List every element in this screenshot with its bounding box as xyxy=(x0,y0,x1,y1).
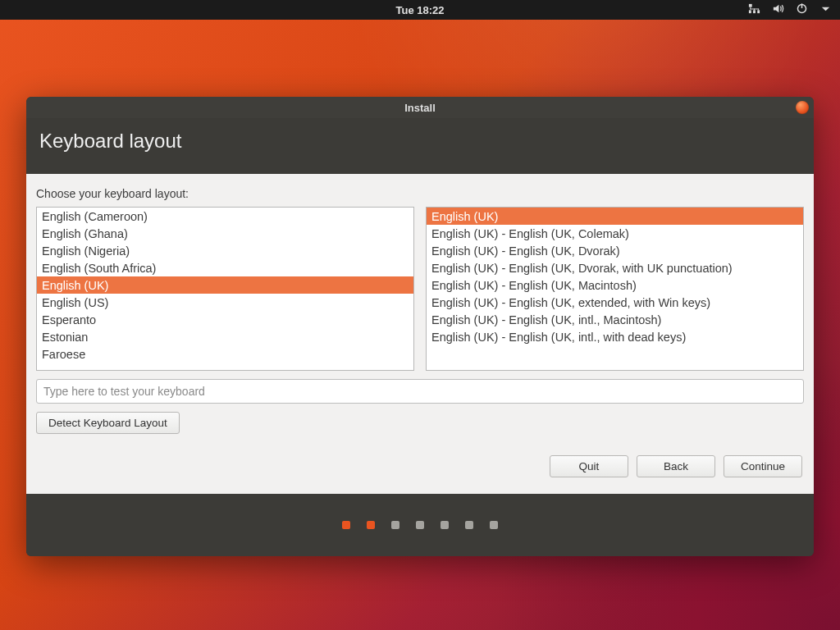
quit-button[interactable]: Quit xyxy=(550,455,628,477)
progress-dot xyxy=(367,521,375,529)
list-item[interactable]: Faroese xyxy=(37,345,413,363)
list-item[interactable]: English (UK) - English (UK, extended, wi… xyxy=(427,294,803,311)
network-icon[interactable] xyxy=(748,2,760,17)
test-row xyxy=(36,379,804,404)
page-content: Choose your keyboard layout: English (Ca… xyxy=(26,174,814,494)
top-panel: Tue 18:22 xyxy=(0,0,840,20)
list-item[interactable]: English (UK) - English (UK, Macintosh) xyxy=(427,276,803,294)
test-keyboard-input[interactable] xyxy=(36,379,804,404)
list-item[interactable]: English (UK) xyxy=(427,208,803,225)
page-header: Keyboard layout xyxy=(26,118,814,174)
list-item[interactable]: English (Ghana) xyxy=(37,225,413,242)
progress-dot xyxy=(342,521,350,529)
clock: Tue 18:22 xyxy=(395,4,444,16)
list-item[interactable]: English (Nigeria) xyxy=(37,242,413,259)
layout-list-left[interactable]: English (Cameroon)English (Ghana)English… xyxy=(36,207,414,371)
window-title: Install xyxy=(404,102,436,114)
list-item[interactable]: English (UK) - English (UK, Colemak) xyxy=(427,225,803,242)
chevron-down-icon[interactable] xyxy=(819,2,832,17)
back-button[interactable]: Back xyxy=(637,455,715,477)
power-icon[interactable] xyxy=(796,2,808,17)
list-item[interactable]: Estonian xyxy=(37,328,413,345)
list-item[interactable]: English (UK) - English (UK, Dvorak, with… xyxy=(427,259,803,276)
list-item[interactable]: English (US) xyxy=(37,294,413,311)
close-button[interactable] xyxy=(796,101,809,114)
list-item[interactable]: English (UK) xyxy=(37,276,413,294)
svg-rect-1 xyxy=(753,10,756,13)
layout-list-right[interactable]: English (UK)English (UK) - English (UK, … xyxy=(426,207,804,371)
svg-rect-7 xyxy=(758,9,759,11)
choose-label: Choose your keyboard layout: xyxy=(36,187,804,200)
progress-dot xyxy=(490,521,498,529)
continue-button[interactable]: Continue xyxy=(724,455,802,477)
detect-row: Detect Keyboard Layout xyxy=(36,412,804,434)
list-item[interactable]: English (UK) - English (UK, intl., with … xyxy=(427,328,803,345)
installer-window: Install Keyboard layout Choose your keyb… xyxy=(26,97,814,556)
list-item[interactable]: English (Cameroon) xyxy=(37,208,413,225)
progress-dot xyxy=(391,521,399,529)
window-titlebar: Install xyxy=(26,97,814,118)
svg-rect-9 xyxy=(801,3,803,8)
list-item[interactable]: Esperanto xyxy=(37,311,413,328)
svg-rect-2 xyxy=(749,10,751,13)
footer-buttons: Quit Back Continue xyxy=(36,455,804,477)
progress-dot xyxy=(465,521,473,529)
progress-dot xyxy=(416,521,424,529)
system-tray xyxy=(748,2,840,17)
svg-rect-3 xyxy=(757,10,760,13)
layout-lists: English (Cameroon)English (Ghana)English… xyxy=(36,207,804,371)
progress-dot xyxy=(441,521,449,529)
progress-dots xyxy=(26,494,814,556)
detect-keyboard-button[interactable]: Detect Keyboard Layout xyxy=(36,412,180,434)
page-title: Keyboard layout xyxy=(39,130,801,153)
svg-rect-0 xyxy=(749,4,752,7)
list-item[interactable]: English (UK) - English (UK, Dvorak) xyxy=(427,242,803,259)
list-item[interactable]: English (South Africa) xyxy=(37,259,413,276)
list-item[interactable]: English (UK) - English (UK, intl., Macin… xyxy=(427,311,803,328)
volume-icon[interactable] xyxy=(772,2,784,17)
svg-rect-6 xyxy=(754,9,755,11)
